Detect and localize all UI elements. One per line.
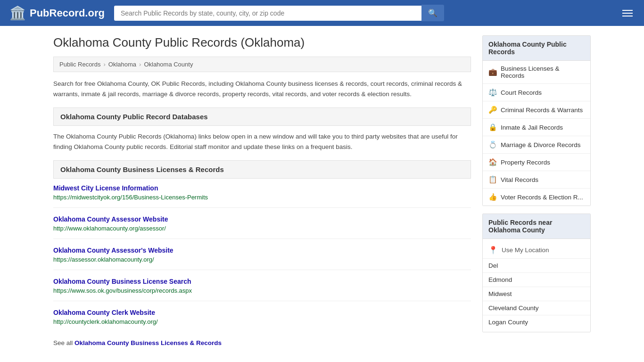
business-section-header: Oklahoma County Business Licenses & Reco… [53, 160, 471, 179]
sidebar-item-4[interactable]: 💍 Marriage & Divorce Records [483, 136, 590, 154]
sidebar-item-7[interactable]: 👍 Voter Records & Election R... [483, 189, 590, 206]
logo-icon: 🏛️ [9, 5, 26, 21]
page-container: Oklahoma County Public Records (Oklahoma… [44, 26, 600, 346]
use-my-location[interactable]: 📍 Use My Location [483, 242, 590, 259]
search-button[interactable]: 🔍 [421, 5, 444, 21]
sidebar-item-0[interactable]: 💼 Business Licenses & Records [483, 61, 590, 84]
menu-bar-3 [622, 16, 633, 16]
breadcrumb-sep-1: › [103, 61, 105, 68]
nearby-link-0[interactable]: Del [483, 259, 590, 273]
nearby-links: DelEdmondMidwestCleveland CountyLogan Co… [483, 259, 590, 329]
sidebar-item-icon-0: 💼 [488, 68, 497, 76]
see-all: See all Oklahoma County Business License… [53, 339, 471, 346]
breadcrumb-current: Oklahoma County [144, 61, 193, 68]
nearby-link-1[interactable]: Edmond [483, 273, 590, 287]
main-content: Oklahoma County Public Records (Oklahoma… [53, 35, 471, 346]
record-title-3[interactable]: Oklahoma County Business License Search [53, 278, 471, 285]
use-location-label: Use My Location [502, 247, 549, 254]
public-records-sidebar-header: Oklahoma County Public Records [483, 36, 590, 61]
record-title-1[interactable]: Oklahoma County Assessor Website [53, 215, 471, 223]
nearby-link-3[interactable]: Cleveland County [483, 301, 590, 315]
logo-text: PubRecord.org [30, 7, 105, 19]
sidebar-item-2[interactable]: 🔑 Criminal Records & Warrants [483, 101, 590, 119]
record-url-4: http://countyclerk.oklahomacounty.org/ [53, 318, 158, 325]
sidebar-item-icon-3: 🔒 [488, 123, 497, 132]
record-entry-1: Oklahoma County Assessor Website http://… [53, 215, 471, 239]
breadcrumb-public-records[interactable]: Public Records [59, 61, 100, 68]
page-description: Search for free Oklahoma County, OK Publ… [53, 79, 471, 99]
record-url-0: https://midwestcityok.org/156/Business-L… [53, 194, 208, 201]
nearby-link-4[interactable]: Logan County [483, 315, 590, 329]
record-url-2: https://assessor.oklahomacounty.org/ [53, 256, 154, 263]
record-url-1: http://www.oklahomacounty.org/assessor/ [53, 225, 166, 232]
breadcrumb: Public Records › Oklahoma › Oklahoma Cou… [53, 57, 471, 72]
sidebar-item-label-5: Property Records [501, 159, 550, 166]
search-area: 🔍 [114, 5, 444, 21]
nearby-sidebar-box: Public Records near Oklahoma County 📍 Us… [482, 214, 591, 332]
site-logo[interactable]: 🏛️ PubRecord.org [9, 5, 105, 21]
menu-button[interactable] [620, 8, 635, 18]
sidebar-item-label-7: Voter Records & Election R... [501, 194, 583, 201]
sidebar-item-label-4: Marriage & Divorce Records [501, 141, 581, 148]
sidebar-item-label-6: Vital Records [501, 176, 538, 183]
page-title: Oklahoma County Public Records (Oklahoma… [53, 35, 471, 50]
sidebar-item-icon-7: 👍 [488, 193, 497, 201]
sidebar-item-icon-4: 💍 [488, 140, 497, 149]
public-records-sidebar-items: 💼 Business Licenses & Records ⚖️ Court R… [483, 61, 590, 206]
record-title-0[interactable]: Midwest City License Information [53, 184, 471, 192]
nearby-sidebar-header: Public Records near Oklahoma County [483, 214, 590, 239]
sidebar-item-icon-1: ⚖️ [488, 88, 497, 97]
site-header: 🏛️ PubRecord.org 🔍 [0, 0, 644, 26]
menu-bar-2 [622, 13, 633, 14]
menu-bar-1 [622, 10, 633, 11]
sidebar-item-label-0: Business Licenses & Records [501, 65, 585, 79]
record-entry-4: Oklahoma County Clerk Website http://cou… [53, 309, 471, 332]
records-list: Midwest City License Information https:/… [53, 184, 471, 332]
breadcrumb-sep-2: › [139, 61, 141, 68]
breadcrumb-oklahoma[interactable]: Oklahoma [108, 61, 136, 68]
public-records-sidebar-box: Oklahoma County Public Records 💼 Busines… [482, 35, 591, 206]
databases-section-header: Oklahoma County Public Record Databases [53, 107, 471, 126]
nearby-link-2[interactable]: Midwest [483, 287, 590, 301]
record-entry-2: Oklahoma County Assessor's Website https… [53, 247, 471, 270]
nearby-items: 📍 Use My Location DelEdmondMidwestClevel… [483, 239, 590, 332]
location-icon: 📍 [488, 246, 498, 255]
sidebar-item-icon-5: 🏠 [488, 158, 497, 166]
search-icon: 🔍 [428, 9, 438, 17]
record-url-3: https://www.sos.ok.gov/business/corp/rec… [53, 287, 192, 294]
sidebar-item-icon-6: 📋 [488, 175, 497, 184]
see-all-link[interactable]: Oklahoma County Business Licenses & Reco… [74, 339, 222, 346]
search-input[interactable] [114, 6, 421, 21]
sidebar-item-3[interactable]: 🔒 Inmate & Jail Records [483, 119, 590, 136]
record-entry-0: Midwest City License Information https:/… [53, 184, 471, 208]
sidebar: Oklahoma County Public Records 💼 Busines… [482, 35, 591, 346]
databases-description: The Oklahoma County Public Records (Okla… [53, 132, 471, 152]
record-title-4[interactable]: Oklahoma County Clerk Website [53, 309, 471, 316]
sidebar-item-label-2: Criminal Records & Warrants [501, 107, 583, 114]
sidebar-item-6[interactable]: 📋 Vital Records [483, 171, 590, 189]
sidebar-item-5[interactable]: 🏠 Property Records [483, 154, 590, 171]
sidebar-item-1[interactable]: ⚖️ Court Records [483, 84, 590, 101]
sidebar-item-label-1: Court Records [501, 89, 542, 96]
record-entry-3: Oklahoma County Business License Search … [53, 278, 471, 301]
record-title-2[interactable]: Oklahoma County Assessor's Website [53, 247, 471, 254]
sidebar-item-label-3: Inmate & Jail Records [501, 124, 563, 131]
sidebar-item-icon-2: 🔑 [488, 106, 497, 114]
